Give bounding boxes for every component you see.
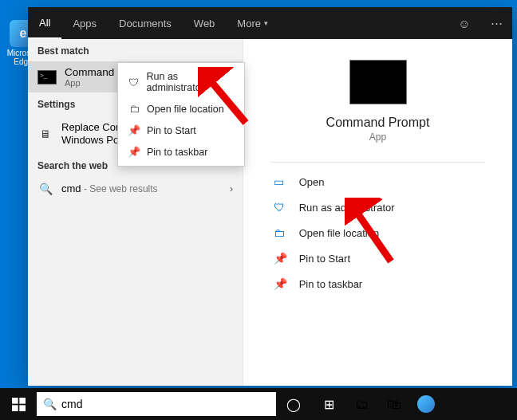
search-flyout: All Apps Documents Web More▾ ☺ ⋯ Best ma… bbox=[28, 7, 512, 386]
search-icon: 🔍 bbox=[43, 398, 57, 410]
open-icon: ▭ bbox=[274, 175, 291, 188]
svg-line-1 bbox=[204, 73, 246, 123]
folder-icon: 🗀 bbox=[126, 103, 142, 115]
search-input[interactable] bbox=[61, 398, 270, 410]
svg-rect-6 bbox=[12, 405, 18, 411]
action-pin-taskbar[interactable]: 📌 Pin to taskbar bbox=[270, 271, 486, 296]
cmd-icon bbox=[37, 70, 57, 84]
ctx-pin-taskbar[interactable]: 📌 Pin to taskbar bbox=[118, 141, 244, 163]
pin-icon: 📌 bbox=[274, 252, 291, 265]
tab-documents[interactable]: Documents bbox=[108, 7, 183, 39]
start-button[interactable] bbox=[0, 388, 37, 420]
shield-icon: 🛡 bbox=[126, 77, 142, 88]
monitor-icon: 🖥 bbox=[37, 128, 53, 140]
feedback-icon[interactable]: ☺ bbox=[448, 7, 480, 39]
folder-icon: 🗀 bbox=[274, 226, 291, 239]
options-icon[interactable]: ⋯ bbox=[480, 7, 512, 39]
detail-subtitle: App bbox=[369, 131, 386, 143]
tab-web[interactable]: Web bbox=[183, 7, 227, 39]
section-best-match: Best match bbox=[28, 39, 243, 61]
search-tabbar: All Apps Documents Web More▾ ☺ ⋯ bbox=[28, 7, 512, 39]
taskbar-search[interactable]: 🔍 bbox=[37, 392, 276, 416]
svg-line-3 bbox=[351, 204, 391, 261]
svg-rect-4 bbox=[12, 398, 18, 404]
svg-rect-5 bbox=[19, 398, 26, 404]
taskbar-pin-icon: 📌 bbox=[274, 277, 291, 290]
windows-icon bbox=[12, 398, 26, 411]
taskbar-pin-icon: 📌 bbox=[126, 146, 142, 158]
svg-rect-7 bbox=[19, 405, 26, 411]
annotation-arrow-2 bbox=[345, 198, 401, 269]
taskbar-app-explorer[interactable]: 🗂 bbox=[346, 388, 378, 420]
tab-more[interactable]: More▾ bbox=[226, 7, 279, 39]
task-view-button[interactable]: ⊞ bbox=[311, 388, 346, 420]
detail-title: Command Prompt bbox=[326, 116, 430, 130]
taskbar-app-edge[interactable] bbox=[410, 388, 442, 420]
cortana-button[interactable]: ◯ bbox=[276, 388, 311, 420]
pin-icon: 📌 bbox=[126, 124, 142, 136]
annotation-arrow-1 bbox=[198, 67, 254, 131]
web-result-cmd[interactable]: 🔍 cmd - See web results › bbox=[28, 176, 243, 202]
action-open[interactable]: ▭ Open bbox=[270, 169, 486, 194]
app-thumbnail bbox=[349, 60, 407, 104]
taskbar: 🔍 ◯ ⊞ 🗂 🛍 bbox=[0, 388, 517, 420]
web-result-label: cmd - See web results bbox=[61, 183, 230, 194]
tab-apps[interactable]: Apps bbox=[61, 7, 108, 39]
search-icon: 🔍 bbox=[37, 183, 53, 195]
chevron-down-icon: ▾ bbox=[264, 19, 268, 27]
taskbar-app-store[interactable]: 🛍 bbox=[378, 388, 410, 420]
chevron-right-icon: › bbox=[230, 183, 233, 194]
shield-icon: 🛡 bbox=[274, 201, 291, 214]
tab-all[interactable]: All bbox=[28, 7, 61, 39]
divider bbox=[270, 162, 486, 163]
